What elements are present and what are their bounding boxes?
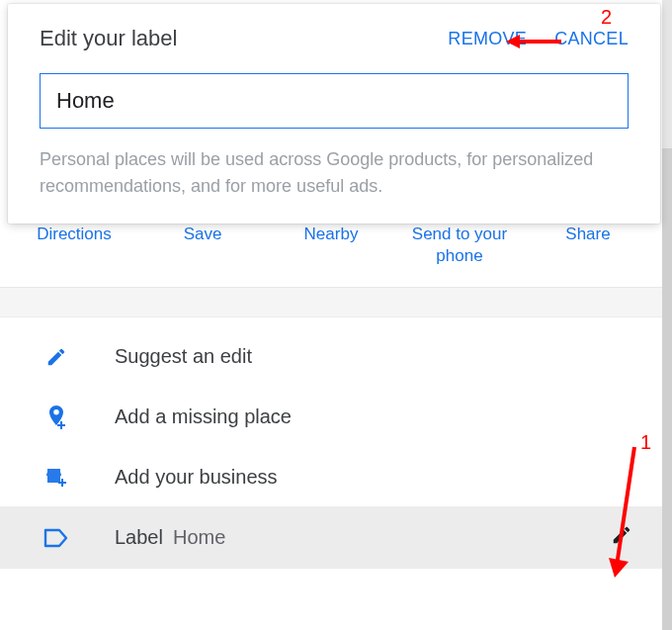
label-row-value: Home (173, 526, 225, 549)
pin-plus-icon (40, 404, 73, 429)
pencil-icon (611, 524, 632, 546)
svg-rect-1 (57, 424, 65, 426)
list-item-label: Add a missing place (115, 405, 292, 428)
annotation-number: 2 (601, 6, 612, 29)
chip-label: Send to your phone (400, 224, 519, 267)
chip-label: Save (184, 224, 222, 245)
scrollbar[interactable] (662, 148, 672, 630)
annotation-number: 1 (640, 431, 651, 454)
remove-button[interactable]: REMOVE (448, 29, 527, 49)
dialog-note: Personal places will be used across Goog… (40, 146, 629, 200)
pencil-icon (40, 346, 73, 368)
svg-rect-3 (58, 482, 66, 484)
cancel-button[interactable]: CANCEL (554, 29, 629, 49)
chip-label: Nearby (304, 224, 359, 245)
label-row[interactable]: Label Home (0, 506, 662, 569)
add-business-row[interactable]: Add your business (0, 447, 662, 506)
suggest-edit-row[interactable]: Suggest an edit (0, 327, 662, 386)
add-missing-place-row[interactable]: Add a missing place (0, 386, 662, 447)
dialog-title: Edit your label (40, 26, 177, 51)
edit-label-dialog: Edit your label REMOVE CANCEL Personal p… (8, 4, 660, 224)
list-item-label: Suggest an edit (115, 345, 252, 368)
label-tag-icon (40, 527, 73, 549)
edit-label-button[interactable] (611, 524, 632, 551)
chip-label: Directions (37, 224, 112, 245)
list-item-label: Add your business (115, 466, 278, 489)
chip-label: Share (565, 224, 610, 245)
store-plus-icon (40, 465, 73, 489)
place-actions-list: Suggest an edit Add a missing place Add … (0, 317, 662, 506)
label-input[interactable] (40, 73, 629, 129)
label-row-title: Label (115, 526, 163, 549)
